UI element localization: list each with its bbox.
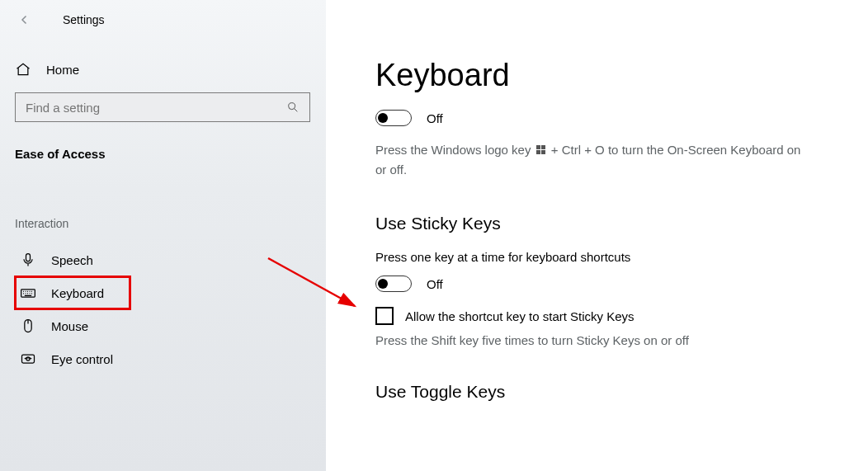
sidebar-item-speech[interactable]: Speech	[15, 243, 311, 276]
sidebar-item-label: Speech	[51, 253, 93, 267]
back-arrow-icon	[17, 12, 32, 27]
sticky-toggle-label: Off	[427, 277, 443, 291]
svg-rect-9	[541, 150, 545, 154]
title-row: Settings	[15, 10, 311, 30]
settings-sidebar: Settings Home Ease of Access Interaction…	[0, 0, 326, 471]
nav-home[interactable]: Home	[15, 56, 311, 92]
page-title: Keyboard	[375, 58, 835, 93]
sticky-toggle-row: Off	[375, 276, 835, 292]
sidebar-item-eye-control[interactable]: Eye control	[15, 342, 311, 375]
search-icon	[286, 101, 300, 114]
toggle-knob	[378, 279, 388, 289]
sticky-shortcut-row: Allow the shortcut key to start Sticky K…	[375, 307, 835, 325]
toggle-knob	[378, 113, 388, 123]
search-box[interactable]	[15, 92, 310, 122]
sticky-shortcut-checkbox[interactable]	[375, 307, 394, 325]
toggle-heading: Use Toggle Keys	[375, 382, 835, 402]
svg-rect-7	[541, 145, 545, 149]
osk-toggle[interactable]	[375, 110, 412, 126]
sticky-hint: Press the Shift key five times to turn S…	[375, 333, 835, 347]
app-title: Settings	[63, 13, 105, 26]
microphone-icon	[20, 252, 36, 268]
home-icon	[15, 61, 31, 78]
sticky-desc: Press one key at a time for keyboard sho…	[375, 250, 835, 264]
osk-helper-text: Press the Windows logo key + Ctrl + O to…	[375, 141, 804, 179]
sidebar-item-keyboard[interactable]: Keyboard	[15, 276, 130, 309]
mouse-icon	[20, 318, 36, 334]
sticky-heading: Use Sticky Keys	[375, 214, 835, 233]
svg-rect-4	[22, 355, 35, 363]
sidebar-item-label: Mouse	[51, 319, 88, 333]
svg-rect-1	[26, 254, 31, 261]
sidebar-item-mouse[interactable]: Mouse	[15, 309, 311, 342]
keyboard-icon	[20, 285, 36, 301]
sidebar-item-label: Keyboard	[51, 286, 104, 300]
svg-rect-6	[536, 145, 540, 149]
sidebar-item-label: Eye control	[51, 352, 113, 366]
sticky-checkbox-label: Allow the shortcut key to start Sticky K…	[405, 309, 634, 323]
sticky-toggle[interactable]	[375, 276, 412, 292]
back-button[interactable]	[15, 10, 35, 30]
search-input[interactable]	[26, 101, 286, 115]
main-content: Keyboard Off Press the Windows logo key …	[326, 0, 868, 471]
eye-control-icon	[20, 351, 36, 367]
section-title: Ease of Access	[15, 147, 311, 161]
windows-logo-icon	[536, 142, 546, 161]
svg-point-0	[289, 103, 295, 110]
osk-toggle-row: Off	[375, 110, 835, 126]
group-label: Interaction	[15, 217, 311, 230]
home-label: Home	[46, 63, 79, 77]
osk-toggle-label: Off	[427, 111, 443, 125]
svg-rect-8	[536, 150, 540, 154]
osk-hint-pre: Press the Windows logo key	[375, 143, 535, 157]
